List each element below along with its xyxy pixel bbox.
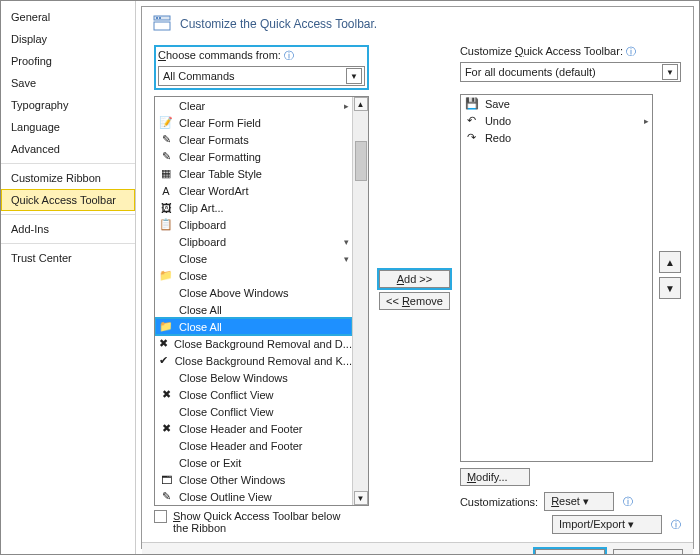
command-icon: 📁 (158, 269, 174, 282)
scroll-up-icon[interactable]: ▲ (354, 97, 368, 111)
ok-button[interactable]: OK (535, 549, 605, 555)
list-item[interactable]: Close Header and Footer (155, 437, 352, 454)
list-item-label: Close Conflict View (179, 406, 274, 418)
svg-rect-3 (159, 17, 161, 19)
info-icon: ⓘ (626, 46, 636, 57)
sidebar-item-customize-ribbon[interactable]: Customize Ribbon (1, 167, 135, 189)
submenu-icon: ▸ (644, 116, 649, 126)
list-item[interactable]: 📁Close All (155, 318, 352, 335)
command-icon: ✎ (158, 133, 174, 146)
sidebar-item-quick-access-toolbar[interactable]: Quick Access Toolbar (1, 189, 135, 211)
command-icon: ✔ (158, 354, 170, 367)
sidebar-item-trust-center[interactable]: Trust Center (1, 247, 135, 269)
modify-button[interactable]: Modify... (460, 468, 530, 486)
dialog-title: Customize the Quick Access Toolbar. (180, 17, 377, 31)
remove-button[interactable]: << Remove (379, 292, 450, 310)
reset-button[interactable]: Reset ▾ (544, 492, 614, 511)
choose-commands-select[interactable]: All Commands ▼ (158, 66, 365, 86)
list-item-label: Close Header and Footer (179, 423, 303, 435)
list-item-label: Close (179, 253, 207, 265)
move-down-button[interactable]: ▼ (659, 277, 681, 299)
customize-qat-label: Customize Quick Access Toolbar:ⓘ (460, 45, 681, 59)
list-item-label: Close Conflict View (179, 389, 274, 401)
customize-qat-select[interactable]: For all documents (default) ▼ (460, 62, 681, 82)
settings-sidebar: General Display Proofing Save Typography… (1, 1, 136, 554)
command-icon: ✎ (158, 150, 174, 163)
list-item-label: Close Background Removal and D... (174, 338, 352, 350)
list-item[interactable]: ✎Clear Formatting (155, 148, 352, 165)
list-item-label: Clipboard (179, 219, 226, 231)
command-icon: ↷ (464, 131, 480, 144)
available-commands-list[interactable]: Clear▸📝Clear Form Field✎Clear Formats✎Cl… (154, 96, 369, 506)
list-item-label: Clip Art... (179, 202, 224, 214)
import-export-button[interactable]: Import/Export ▾ (552, 515, 662, 534)
choose-commands-label: Choose commands from:ⓘ (158, 49, 365, 63)
list-item[interactable]: ↷Redo (461, 129, 652, 146)
command-icon: A (158, 185, 174, 197)
list-item[interactable]: 💾Save (461, 95, 652, 112)
list-item[interactable]: Close or Exit (155, 454, 352, 471)
list-item[interactable]: AClear WordArt (155, 182, 352, 199)
sidebar-item-save[interactable]: Save (1, 72, 135, 94)
list-item[interactable]: ✔Close Background Removal and K... (155, 352, 352, 369)
list-item[interactable]: ✎Clear Formats (155, 131, 352, 148)
list-item[interactable]: Clipboard▾ (155, 233, 352, 250)
sidebar-item-display[interactable]: Display (1, 28, 135, 50)
add-button[interactable]: Add >> (379, 270, 450, 288)
show-below-ribbon-label: Show Quick Access Toolbar below the Ribb… (173, 510, 353, 534)
command-icon: ✖ (158, 422, 174, 435)
dropdown-icon: ▾ (344, 254, 349, 264)
sidebar-item-typography[interactable]: Typography (1, 94, 135, 116)
scroll-down-icon[interactable]: ▼ (354, 491, 368, 505)
command-icon: 🗔 (158, 474, 174, 486)
list-item-label: Close Background Removal and K... (175, 355, 352, 367)
scrollbar[interactable]: ▲ ▼ (352, 97, 368, 505)
list-item[interactable]: ↶Undo▸ (461, 112, 652, 129)
list-item[interactable]: ▦Clear Table Style (155, 165, 352, 182)
list-item[interactable]: 🗔Close Other Windows (155, 471, 352, 488)
list-item-label: Undo (485, 115, 511, 127)
list-item-label: Close Above Windows (179, 287, 288, 299)
sidebar-item-addins[interactable]: Add-Ins (1, 218, 135, 240)
command-icon: 📁 (158, 320, 174, 333)
sidebar-item-general[interactable]: General (1, 6, 135, 28)
move-up-button[interactable]: ▲ (659, 251, 681, 273)
list-item[interactable]: ✖Close Background Removal and D... (155, 335, 352, 352)
list-item[interactable]: 📝Clear Form Field (155, 114, 352, 131)
list-item-label: Close All (179, 304, 222, 316)
command-icon: ✖ (158, 337, 169, 350)
list-item[interactable]: 📋Clipboard (155, 216, 352, 233)
list-item[interactable]: ✖Close Conflict View (155, 386, 352, 403)
command-icon: ✎ (158, 490, 174, 503)
list-item[interactable]: 📁Close (155, 267, 352, 284)
sidebar-item-proofing[interactable]: Proofing (1, 50, 135, 72)
svg-rect-1 (154, 22, 170, 30)
current-commands-list[interactable]: 💾Save↶Undo▸↷Redo (460, 94, 653, 462)
command-icon: 📋 (158, 218, 174, 231)
list-item[interactable]: Close All (155, 301, 352, 318)
customizations-label: Customizations: (460, 496, 538, 508)
info-icon: ⓘ (623, 495, 633, 509)
list-item-label: Clear Formats (179, 134, 249, 146)
list-item[interactable]: ✎Close Outline View (155, 488, 352, 505)
list-item-label: Close or Exit (179, 457, 241, 469)
list-item-label: Clear Table Style (179, 168, 262, 180)
list-item[interactable]: Close Above Windows (155, 284, 352, 301)
list-item[interactable]: ✖Close Header and Footer (155, 420, 352, 437)
chevron-down-icon: ▼ (662, 64, 678, 80)
show-below-ribbon-checkbox[interactable] (154, 510, 167, 523)
list-item[interactable]: Close Below Windows (155, 369, 352, 386)
info-icon: ⓘ (284, 50, 294, 61)
list-item[interactable]: Close▾ (155, 250, 352, 267)
list-item[interactable]: Close Conflict View (155, 403, 352, 420)
command-icon: 🖼 (158, 202, 174, 214)
list-item-label: Redo (485, 132, 511, 144)
sidebar-item-advanced[interactable]: Advanced (1, 138, 135, 160)
sidebar-item-language[interactable]: Language (1, 116, 135, 138)
command-icon: ↶ (464, 114, 480, 127)
list-item[interactable]: 🖼Clip Art... (155, 199, 352, 216)
cancel-button[interactable]: Cancel (613, 549, 683, 555)
command-icon: 📝 (158, 116, 174, 129)
customize-toolbar-icon (152, 13, 172, 35)
list-item[interactable]: Clear▸ (155, 97, 352, 114)
